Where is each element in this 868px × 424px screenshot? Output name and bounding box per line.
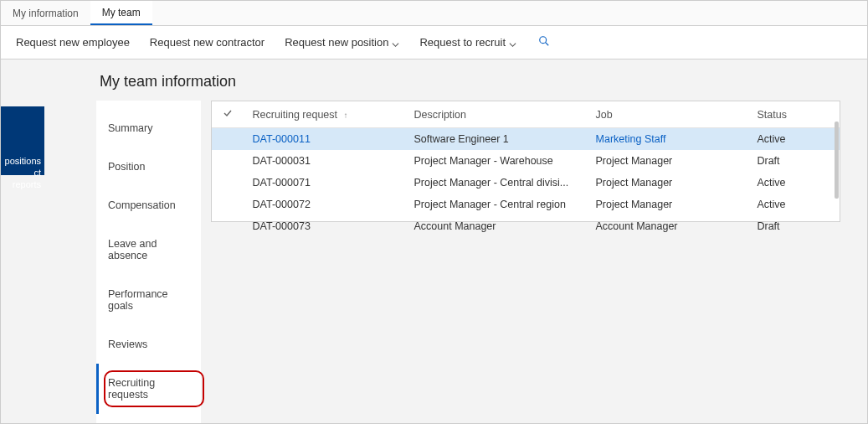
left-tile-partial[interactable]: positions ct reports bbox=[1, 106, 44, 175]
left-tile-line: ct reports bbox=[4, 167, 41, 190]
cmd-label: Request new position bbox=[285, 36, 388, 49]
search-button[interactable] bbox=[526, 35, 562, 50]
table-row[interactable]: DAT-000071 Project Manager - Central div… bbox=[212, 172, 840, 194]
command-bar: Request new employee Request new contrac… bbox=[1, 26, 867, 59]
cell-description: Software Engineer 1 bbox=[406, 128, 588, 151]
cell-description: Account Manager bbox=[406, 215, 588, 237]
table-row[interactable]: DAT-000031 Project Manager - Warehouse P… bbox=[212, 150, 840, 172]
cell-status: Active bbox=[748, 128, 840, 151]
chevron-down-icon bbox=[509, 39, 516, 46]
cell-status: Draft bbox=[748, 215, 840, 237]
table-card: Recruiting request ↑ Description Job Sta… bbox=[211, 101, 840, 222]
row-select-cell[interactable] bbox=[212, 194, 244, 215]
cell-job[interactable]: Project Manager bbox=[588, 194, 749, 215]
cell-recruiting-request[interactable]: DAT-000071 bbox=[244, 172, 406, 194]
cmd-request-to-recruit[interactable]: Request to recruit bbox=[409, 26, 526, 59]
cell-job[interactable]: Account Manager bbox=[588, 215, 749, 237]
sidebar-item-compensation[interactable]: Compensation bbox=[96, 186, 201, 225]
check-icon bbox=[223, 109, 233, 121]
table-header-row: Recruiting request ↑ Description Job Sta… bbox=[212, 101, 840, 128]
row-select-cell[interactable] bbox=[212, 128, 244, 151]
top-tabs: My information My team bbox=[1, 1, 867, 26]
cmd-request-new-employee[interactable]: Request new employee bbox=[6, 26, 140, 59]
cmd-request-new-contractor[interactable]: Request new contractor bbox=[140, 26, 275, 59]
cell-status: Draft bbox=[748, 150, 840, 172]
row-select-cell[interactable] bbox=[212, 215, 244, 237]
column-header-select[interactable] bbox=[212, 101, 244, 128]
scrollbar-thumb[interactable] bbox=[835, 122, 839, 199]
column-header-job[interactable]: Job bbox=[588, 101, 749, 128]
sidebar-item-recruiting-requests[interactable]: Recruiting requests bbox=[96, 364, 201, 414]
sidebar-item-label: Recruiting requests bbox=[108, 377, 155, 401]
cell-status: Active bbox=[748, 172, 840, 194]
sidebar-item-summary[interactable]: Summary bbox=[96, 109, 201, 147]
search-icon bbox=[538, 35, 550, 50]
cell-job[interactable]: Marketing Staff bbox=[588, 128, 749, 151]
column-label: Recruiting request bbox=[253, 109, 337, 121]
tab-my-team[interactable]: My team bbox=[90, 1, 152, 25]
cell-description: Project Manager - Central divisi... bbox=[406, 172, 588, 194]
cell-recruiting-request[interactable]: DAT-000072 bbox=[244, 194, 406, 215]
cmd-request-new-position[interactable]: Request new position bbox=[275, 26, 409, 59]
recruiting-requests-table: Recruiting request ↑ Description Job Sta… bbox=[212, 101, 840, 237]
table-row[interactable]: DAT-000072 Project Manager - Central reg… bbox=[212, 194, 840, 215]
sidebar-item-performance-goals[interactable]: Performance goals bbox=[96, 275, 201, 325]
cell-recruiting-request[interactable]: DAT-000073 bbox=[244, 215, 406, 237]
cell-description: Project Manager - Central region bbox=[406, 194, 588, 215]
cell-description: Project Manager - Warehouse bbox=[406, 150, 588, 172]
column-header-status[interactable]: Status bbox=[748, 101, 840, 128]
left-tile-line: positions bbox=[4, 155, 41, 167]
svg-point-0 bbox=[540, 36, 547, 43]
app-frame: My information My team Request new emplo… bbox=[0, 0, 868, 424]
side-nav: Summary Position Compensation Leave and … bbox=[96, 101, 201, 423]
svg-line-1 bbox=[546, 42, 549, 45]
column-header-recruiting-request[interactable]: Recruiting request ↑ bbox=[244, 101, 406, 128]
sidebar-item-reviews[interactable]: Reviews bbox=[96, 325, 201, 364]
tab-my-information[interactable]: My information bbox=[1, 1, 90, 25]
sidebar-item-leave-and-absence[interactable]: Leave and absence bbox=[96, 225, 201, 275]
row-select-cell[interactable] bbox=[212, 150, 244, 172]
cell-recruiting-request[interactable]: DAT-000031 bbox=[244, 150, 406, 172]
sort-ascending-icon: ↑ bbox=[344, 111, 348, 120]
row-select-cell[interactable] bbox=[212, 172, 244, 194]
page-title: My team information bbox=[100, 73, 840, 90]
panel-row: Summary Position Compensation Leave and … bbox=[96, 101, 840, 423]
main-area: positions ct reports My team information… bbox=[1, 59, 867, 423]
sidebar-item-position[interactable]: Position bbox=[96, 147, 201, 186]
table-row[interactable]: DAT-000073 Account Manager Account Manag… bbox=[212, 215, 840, 237]
cell-job[interactable]: Project Manager bbox=[588, 172, 749, 194]
content-column: My team information Summary Position Com… bbox=[44, 59, 867, 423]
column-header-description[interactable]: Description bbox=[406, 101, 588, 128]
cell-job[interactable]: Project Manager bbox=[588, 150, 749, 172]
cmd-label: Request to recruit bbox=[419, 36, 506, 49]
table-row[interactable]: DAT-000011 Software Engineer 1 Marketing… bbox=[212, 128, 840, 151]
cell-recruiting-request[interactable]: DAT-000011 bbox=[244, 128, 406, 151]
chevron-down-icon bbox=[392, 39, 399, 46]
cell-status: Active bbox=[748, 194, 840, 215]
